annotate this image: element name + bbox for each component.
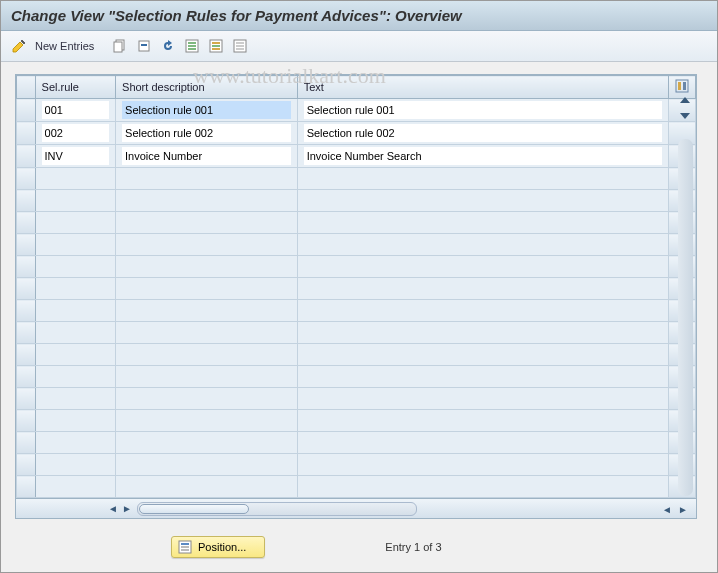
empty-cell[interactable] <box>116 344 298 366</box>
horizontal-scrollbar[interactable] <box>137 502 417 516</box>
empty-cell[interactable] <box>35 300 115 322</box>
empty-cell[interactable] <box>297 168 668 190</box>
row-selector[interactable] <box>17 344 36 366</box>
scroll-left-icon[interactable]: ◄ <box>106 502 120 516</box>
scroll-right-step-icon[interactable]: ► <box>120 502 134 516</box>
undo-icon[interactable] <box>158 36 178 56</box>
horizontal-scrollbar-thumb[interactable] <box>139 504 249 514</box>
column-header-text[interactable]: Text <box>297 76 668 99</box>
empty-cell[interactable] <box>35 278 115 300</box>
rule-input[interactable] <box>42 124 109 142</box>
empty-cell[interactable] <box>297 256 668 278</box>
row-selector[interactable] <box>17 366 36 388</box>
select-block-icon[interactable] <box>206 36 226 56</box>
desc-input[interactable] <box>122 101 291 119</box>
empty-cell[interactable] <box>35 168 115 190</box>
desc-input[interactable] <box>122 124 291 142</box>
empty-cell[interactable] <box>116 366 298 388</box>
scroll-left-end-icon[interactable]: ◄ <box>660 502 674 516</box>
empty-cell[interactable] <box>297 344 668 366</box>
row-selector[interactable] <box>17 476 36 498</box>
empty-cell[interactable] <box>116 388 298 410</box>
svg-rect-17 <box>678 82 681 90</box>
configure-columns-icon[interactable] <box>669 76 696 99</box>
row-selector[interactable] <box>17 190 36 212</box>
column-header-rule[interactable]: Sel.rule <box>35 76 115 99</box>
empty-cell[interactable] <box>116 410 298 432</box>
row-selector[interactable] <box>17 145 36 168</box>
empty-cell[interactable] <box>116 234 298 256</box>
row-selector[interactable] <box>17 388 36 410</box>
empty-cell[interactable] <box>297 234 668 256</box>
row-selector[interactable] <box>17 122 36 145</box>
empty-cell[interactable] <box>116 300 298 322</box>
change-icon[interactable] <box>9 36 29 56</box>
row-selector[interactable] <box>17 168 36 190</box>
row-selector-header[interactable] <box>17 76 36 99</box>
row-selector[interactable] <box>17 300 36 322</box>
empty-cell[interactable] <box>297 212 668 234</box>
empty-cell[interactable] <box>297 410 668 432</box>
position-button[interactable]: Position... <box>171 536 265 558</box>
text-input[interactable] <box>304 124 662 142</box>
select-all-icon[interactable] <box>182 36 202 56</box>
deselect-all-icon[interactable] <box>230 36 250 56</box>
empty-cell[interactable] <box>35 234 115 256</box>
empty-cell[interactable] <box>35 454 115 476</box>
horizontal-scrollbar-area: ◄ ► ◄ ► <box>16 498 696 518</box>
scroll-down-icon[interactable] <box>680 113 690 119</box>
rule-input[interactable] <box>42 147 109 165</box>
empty-cell[interactable] <box>116 322 298 344</box>
empty-cell[interactable] <box>116 476 298 498</box>
empty-cell[interactable] <box>35 256 115 278</box>
empty-cell[interactable] <box>297 454 668 476</box>
row-selector[interactable] <box>17 234 36 256</box>
empty-cell[interactable] <box>297 432 668 454</box>
row-selector[interactable] <box>17 454 36 476</box>
table-row-empty <box>17 344 696 366</box>
row-selector[interactable] <box>17 410 36 432</box>
row-selector[interactable] <box>17 256 36 278</box>
empty-cell[interactable] <box>297 366 668 388</box>
scroll-right-end-icon[interactable]: ► <box>676 502 690 516</box>
empty-cell[interactable] <box>35 476 115 498</box>
column-header-desc[interactable]: Short description <box>116 76 298 99</box>
empty-cell[interactable] <box>297 190 668 212</box>
copy-icon[interactable] <box>110 36 130 56</box>
empty-cell[interactable] <box>297 278 668 300</box>
row-selector[interactable] <box>17 432 36 454</box>
row-selector[interactable] <box>17 322 36 344</box>
empty-cell[interactable] <box>35 432 115 454</box>
desc-input[interactable] <box>122 147 291 165</box>
empty-cell[interactable] <box>116 256 298 278</box>
text-input[interactable] <box>304 101 662 119</box>
table-row-empty <box>17 190 696 212</box>
row-selector[interactable] <box>17 278 36 300</box>
empty-cell[interactable] <box>35 212 115 234</box>
scroll-up-icon[interactable] <box>680 97 690 103</box>
empty-cell[interactable] <box>116 278 298 300</box>
empty-cell[interactable] <box>297 476 668 498</box>
empty-cell[interactable] <box>297 388 668 410</box>
empty-cell[interactable] <box>116 168 298 190</box>
delete-icon[interactable] <box>134 36 154 56</box>
rule-input[interactable] <box>42 101 109 119</box>
empty-cell[interactable] <box>116 432 298 454</box>
empty-cell[interactable] <box>35 410 115 432</box>
text-input[interactable] <box>304 147 662 165</box>
vertical-scrollbar[interactable] <box>678 139 693 496</box>
row-selector[interactable] <box>17 99 36 122</box>
empty-cell[interactable] <box>35 366 115 388</box>
row-selector[interactable] <box>17 212 36 234</box>
empty-cell[interactable] <box>35 344 115 366</box>
empty-cell[interactable] <box>35 190 115 212</box>
empty-cell[interactable] <box>297 322 668 344</box>
empty-cell[interactable] <box>116 190 298 212</box>
new-entries-button[interactable]: New Entries <box>33 40 100 52</box>
empty-cell[interactable] <box>35 322 115 344</box>
empty-cell[interactable] <box>116 454 298 476</box>
position-button-label: Position... <box>198 541 246 553</box>
empty-cell[interactable] <box>116 212 298 234</box>
empty-cell[interactable] <box>297 300 668 322</box>
empty-cell[interactable] <box>35 388 115 410</box>
